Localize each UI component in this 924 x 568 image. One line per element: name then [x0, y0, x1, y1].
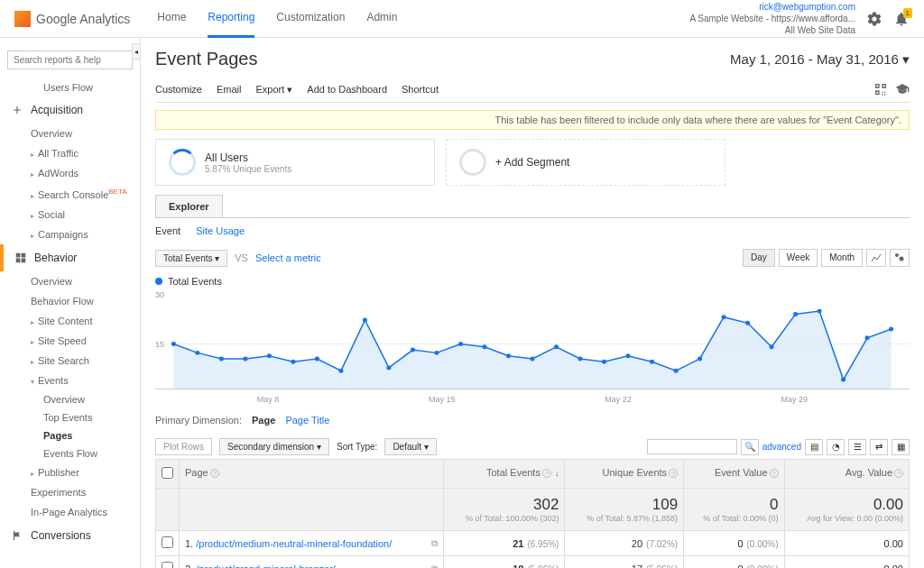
view-pie-icon[interactable]: ◔ [827, 439, 845, 455]
help-icon[interactable]: ? [669, 469, 678, 478]
sidebar-conversions[interactable]: Conversions [0, 522, 140, 549]
sidebar-acquisition[interactable]: Acquisition [0, 96, 140, 124]
help-icon[interactable]: ? [770, 469, 779, 478]
external-link-icon[interactable]: ⧉ [431, 563, 438, 569]
help-icon[interactable]: ? [210, 469, 219, 478]
view-comparison-icon[interactable]: ⇄ [870, 439, 888, 455]
qr-icon[interactable] [873, 82, 888, 96]
sidebar-adwords[interactable]: AdWords [0, 163, 140, 183]
sidebar-behavior-flow[interactable]: Behavior Flow [0, 291, 140, 311]
export-button[interactable]: Export ▾ [255, 84, 292, 96]
sidebar-pages[interactable]: Pages [0, 426, 140, 444]
chart-type-line-icon[interactable] [866, 249, 886, 267]
search-input[interactable] [7, 50, 133, 69]
sidebar-acq-overview[interactable]: Overview [0, 124, 140, 143]
col-total-events: Total Events?↓ [443, 460, 565, 489]
sidebar-beh-overview[interactable]: Overview [0, 271, 140, 291]
view-table-icon[interactable]: ▤ [805, 439, 823, 455]
plot-rows-button[interactable]: Plot Rows [155, 438, 212, 455]
chevron-down-icon: ▾ [902, 51, 910, 67]
dim-page[interactable]: Page [252, 415, 275, 426]
metric-selector[interactable]: Total Events ▾ [155, 250, 227, 267]
table-row: 2. /product/grand-mineral-bronzer/⧉ 18(5… [156, 556, 910, 569]
sidebar-behavior[interactable]: Behavior [0, 244, 140, 271]
sidebar-social[interactable]: Social [0, 205, 140, 224]
svg-point-18 [530, 356, 534, 361]
help-icon[interactable]: ? [542, 469, 551, 478]
advanced-link[interactable]: advanced [762, 442, 801, 452]
nav-reporting[interactable]: Reporting [208, 0, 254, 38]
ga-logo[interactable]: Google Analytics [14, 11, 130, 27]
brand-text: Google Analytics [36, 12, 130, 26]
svg-point-15 [458, 342, 463, 346]
nav-home[interactable]: Home [157, 0, 186, 38]
row-checkbox[interactable] [162, 562, 173, 568]
sidebar-users-flow[interactable]: Users Flow [0, 78, 140, 96]
sidebar-publisher[interactable]: Publisher [0, 463, 140, 482]
granularity-day[interactable]: Day [743, 249, 775, 267]
sidebar-campaigns[interactable]: Campaigns [0, 224, 140, 244]
gear-icon[interactable] [866, 11, 882, 27]
data-table: Page? Total Events?↓ Unique Events? Even… [155, 459, 910, 568]
search-icon[interactable]: 🔍 [741, 439, 759, 455]
nav-customization[interactable]: Customization [276, 0, 345, 38]
svg-point-12 [386, 365, 391, 370]
date-range-picker[interactable]: May 1, 2016 - May 31, 2016 ▾ [730, 51, 910, 68]
add-dashboard-button[interactable]: Add to Dashboard [307, 84, 387, 95]
page-link[interactable]: /product/grand-mineral-bronzer/ [196, 563, 336, 569]
sort-type-selector[interactable]: Default ▾ [384, 438, 436, 455]
svg-point-32 [865, 335, 870, 340]
tab-explorer[interactable]: Explorer [155, 195, 223, 217]
sidebar-site-search[interactable]: Site Search [0, 351, 140, 371]
chart-type-motion-icon[interactable] [890, 249, 910, 267]
row-checkbox[interactable] [162, 536, 173, 548]
sidebar-events[interactable]: Events [0, 371, 140, 390]
help-icon[interactable]: ? [894, 469, 903, 478]
filter-banner: This table has been filtered to include … [155, 110, 910, 130]
email-button[interactable]: Email [217, 84, 242, 95]
secondary-dim-selector[interactable]: Secondary dimension ▾ [219, 438, 329, 455]
nav-admin[interactable]: Admin [366, 0, 397, 38]
sidebar-collapse-icon[interactable]: ◂ [132, 43, 141, 60]
dim-page-title[interactable]: Page Title [285, 415, 329, 426]
sidebar-search-console[interactable]: Search ConsoleBETA [0, 183, 140, 205]
sidebar-site-content[interactable]: Site Content [0, 311, 140, 331]
account-info[interactable]: rick@webgumption.com A Sample Website - … [689, 1, 855, 36]
events-chart: 30 15 [155, 290, 910, 389]
sidebar-top-events[interactable]: Top Events [0, 408, 140, 426]
svg-point-24 [673, 369, 678, 373]
subtab-event[interactable]: Event [155, 225, 180, 236]
page-title: Event Pages [155, 49, 257, 69]
subtab-site-usage[interactable]: Site Usage [196, 225, 245, 236]
table-search-input[interactable] [647, 439, 737, 454]
select-metric-link[interactable]: Select a metric [255, 252, 321, 263]
view-bars-icon[interactable]: ☰ [848, 439, 866, 455]
svg-point-31 [841, 378, 845, 382]
page-link[interactable]: /product/medium-neutral-mineral-foundati… [196, 538, 392, 549]
select-all-checkbox[interactable] [162, 467, 173, 479]
sort-down-icon[interactable]: ↓ [555, 469, 559, 478]
granularity-month[interactable]: Month [821, 249, 863, 267]
svg-point-11 [363, 318, 367, 323]
shortcut-button[interactable]: Shortcut [402, 84, 439, 95]
sidebar-experiments[interactable]: Experiments [0, 482, 140, 502]
customize-button[interactable]: Customize [155, 84, 202, 95]
donut-icon [459, 149, 486, 176]
svg-point-29 [793, 312, 798, 316]
bell-icon[interactable]: 1 [893, 11, 910, 27]
graduation-icon[interactable] [895, 82, 910, 96]
legend-dot-icon [155, 278, 162, 285]
sidebar-in-page[interactable]: In-Page Analytics [0, 502, 140, 522]
add-segment-button[interactable]: + Add Segment [446, 139, 725, 186]
external-link-icon[interactable]: ⧉ [431, 538, 438, 549]
behavior-icon [14, 252, 27, 264]
sidebar-events-flow[interactable]: Events Flow [0, 444, 140, 463]
segment-all-users[interactable]: All Users 5.87% Unique Events [155, 139, 435, 186]
granularity-week[interactable]: Week [779, 249, 818, 267]
sidebar-all-traffic[interactable]: All Traffic [0, 143, 140, 163]
sidebar-site-speed[interactable]: Site Speed [0, 331, 140, 351]
col-unique-events: Unique Events? [565, 460, 684, 489]
view-pivot-icon[interactable]: ▦ [892, 439, 910, 455]
sidebar-events-overview[interactable]: Overview [0, 390, 140, 408]
svg-point-28 [770, 344, 774, 349]
